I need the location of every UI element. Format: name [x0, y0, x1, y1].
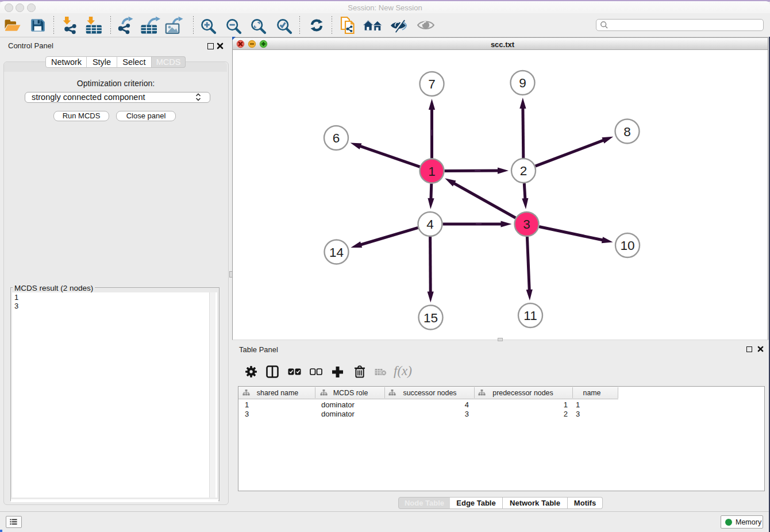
svg-text:4: 4 — [426, 217, 434, 232]
svg-text:7: 7 — [428, 77, 436, 91]
svg-text:15: 15 — [424, 311, 438, 325]
svg-text:3: 3 — [523, 217, 530, 232]
svg-text:1: 1 — [428, 164, 436, 179]
svg-text:predecessor nodes: predecessor nodes — [492, 389, 553, 397]
svg-text:14: 14 — [329, 245, 344, 260]
svg-text:6: 6 — [333, 131, 340, 145]
svg-text:shared name: shared name — [257, 389, 298, 397]
svg-text:successor nodes: successor nodes — [403, 389, 457, 397]
svg-text:name: name — [583, 389, 601, 397]
svg-text:9: 9 — [519, 76, 526, 90]
svg-text:11: 11 — [523, 309, 537, 323]
svg-text:MCDS role: MCDS role — [333, 389, 368, 397]
svg-text:2: 2 — [520, 164, 528, 178]
svg-text:8: 8 — [623, 125, 631, 139]
svg-text:10: 10 — [620, 238, 634, 253]
